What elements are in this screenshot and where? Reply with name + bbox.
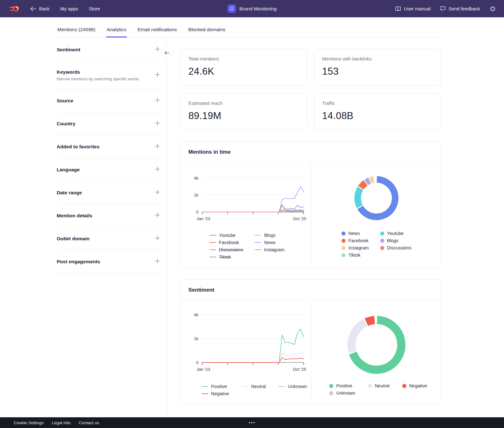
user-manual-button[interactable]: User manual <box>395 6 431 11</box>
mentions-donut-legend: NewsFacebookInstagramTiktokYoutubeBlogsD… <box>341 231 411 258</box>
svg-text:4k: 4k <box>194 312 199 317</box>
legend-item-instagram[interactable]: Instagram <box>341 245 369 250</box>
filter-label: Source <box>57 98 73 104</box>
legend-label: News <box>348 231 360 236</box>
legend-item-news[interactable]: News <box>255 240 284 245</box>
legend-item-negative[interactable]: Negative <box>202 391 229 396</box>
legend-item-blogs[interactable]: Blogs <box>255 233 284 238</box>
filter-row-language[interactable]: Language <box>57 158 160 181</box>
legend-item-discussions[interactable]: Discussions <box>380 245 411 250</box>
store-button[interactable]: Store <box>89 6 100 11</box>
legend-swatch <box>242 386 248 387</box>
legend-swatch <box>255 235 261 236</box>
legend-item-positive[interactable]: Positive <box>329 383 355 388</box>
footer-link-cookie-settings[interactable]: Cookie Settings <box>14 420 44 425</box>
feedback-bubble-icon <box>440 6 446 11</box>
legend-item-blogs[interactable]: Blogs <box>380 238 411 243</box>
filter-row-added-to-favorites[interactable]: Added to favorites <box>57 135 160 158</box>
filter-row-outlet-domain[interactable]: Outlet domain <box>57 227 160 250</box>
legend-item-facebook[interactable]: Facebook <box>209 240 243 245</box>
filter-text: Country <box>57 121 75 127</box>
footer-more-button[interactable]: ••• <box>249 420 255 425</box>
filter-row-mention-details[interactable]: Mention details <box>57 204 160 227</box>
user-manual-label: User manual <box>404 6 431 11</box>
legend-swatch <box>209 257 216 257</box>
stat-value: 89.19M <box>188 110 300 122</box>
tab-mentions[interactable]: Mentions (24598) <box>57 25 96 37</box>
legend-label: Tiktok <box>219 254 231 260</box>
svg-text:Jan '23: Jan '23 <box>197 216 210 221</box>
semrush-logo[interactable] <box>8 5 20 13</box>
legend-swatch <box>341 246 346 250</box>
legend-item-instagram[interactable]: Instagram <box>255 247 284 252</box>
filter-row-sentiment[interactable]: Sentiment <box>57 46 160 61</box>
legend-item-unknown[interactable]: Unknown <box>278 384 307 389</box>
filter-row-country[interactable]: Country <box>57 112 160 135</box>
my-apps-button[interactable]: My apps <box>60 6 78 11</box>
plus-icon[interactable] <box>155 166 160 173</box>
filter-row-source[interactable]: Source <box>57 89 160 112</box>
filter-row-post-engagements[interactable]: Post engagements <box>57 250 160 273</box>
svg-text:4k: 4k <box>194 176 199 180</box>
legend-swatch <box>341 231 346 236</box>
footer-link-contact-us[interactable]: Contact us <box>79 420 99 425</box>
legend-label: Negative <box>211 391 229 396</box>
legend-swatch <box>380 231 384 236</box>
legend-swatch <box>329 391 333 395</box>
stat-label: Mentions with backlinks <box>322 56 433 61</box>
sidebar-collapse-button[interactable] <box>161 47 173 59</box>
my-apps-label: My apps <box>60 6 78 11</box>
plus-icon[interactable] <box>155 46 160 53</box>
back-button[interactable]: Back <box>30 6 49 11</box>
mentions-line-pane: 4k2k0Jan '23Oct '25 YoutubeFacebookDiscu… <box>181 163 311 268</box>
legend-item-positive[interactable]: Positive <box>202 384 229 389</box>
filter-row-date-range[interactable]: Date range <box>57 181 160 204</box>
legend-item-negative[interactable]: Negative <box>402 383 427 388</box>
settings-gear-button[interactable] <box>490 6 496 12</box>
legend-item-neutral[interactable]: Neutral <box>368 383 390 388</box>
tab-bar: Mentions (24598)AnalyticsEmail notificat… <box>57 25 441 37</box>
send-feedback-button[interactable]: Send feedback <box>440 6 480 11</box>
legend-item-unknown[interactable]: Unknown <box>329 391 355 396</box>
plus-icon[interactable] <box>155 189 160 196</box>
sentiment-donut-legend: PositiveNeutralNegativeUnknown <box>318 383 427 396</box>
legend-swatch <box>380 246 384 250</box>
legend-swatch <box>209 242 216 243</box>
plus-icon[interactable] <box>155 235 160 242</box>
legend-item-news[interactable]: News <box>341 231 369 236</box>
stat-value: 14.08B <box>322 110 433 122</box>
plus-icon[interactable] <box>155 258 160 265</box>
legend-item-facebook[interactable]: Facebook <box>341 238 369 243</box>
plus-icon[interactable] <box>155 120 160 127</box>
legend-item-tiktok[interactable]: Tiktok <box>209 254 243 260</box>
legend-item-neutral[interactable]: Neutral <box>242 384 266 389</box>
plus-icon[interactable] <box>155 97 160 104</box>
footer-link-legal-info[interactable]: Legal Info <box>52 420 71 425</box>
legend-swatch <box>255 242 261 243</box>
plus-icon[interactable] <box>155 143 160 150</box>
book-icon <box>395 6 401 11</box>
legend-label: News <box>264 240 275 245</box>
legend-item-youtube[interactable]: Youtube <box>380 231 411 236</box>
mentions-in-time-title: Mentions in time <box>181 142 441 163</box>
legend-label: Blogs <box>264 233 275 238</box>
tab-email-notifications[interactable]: Email notifications <box>137 25 178 37</box>
filter-text: Source <box>57 98 73 104</box>
legend-label: Youtube <box>387 231 404 236</box>
arrow-left-icon <box>164 51 169 55</box>
tab-blocked-domains[interactable]: Blocked domains <box>188 25 226 37</box>
legend-item-discussions[interactable]: Discussions <box>209 247 243 252</box>
tab-analytics[interactable]: Analytics <box>106 25 127 37</box>
arrow-left-icon <box>30 6 36 11</box>
legend-label: Instagram <box>264 247 284 252</box>
plus-icon[interactable] <box>155 72 160 79</box>
legend-swatch <box>380 239 384 243</box>
legend-swatch <box>341 253 346 257</box>
filter-row-keywords[interactable]: KeywordsNarrow mentions by searching spe… <box>57 61 160 89</box>
legend-item-tiktok[interactable]: Tiktok <box>341 253 369 258</box>
sentiment-card: Sentiment 4k2k0Jan '23Oct '25 PositiveNe… <box>180 279 441 405</box>
plus-icon[interactable] <box>155 212 160 219</box>
legend-swatch <box>402 384 406 388</box>
filter-text: Sentiment <box>57 47 80 53</box>
legend-item-youtube[interactable]: Youtube <box>209 233 243 238</box>
